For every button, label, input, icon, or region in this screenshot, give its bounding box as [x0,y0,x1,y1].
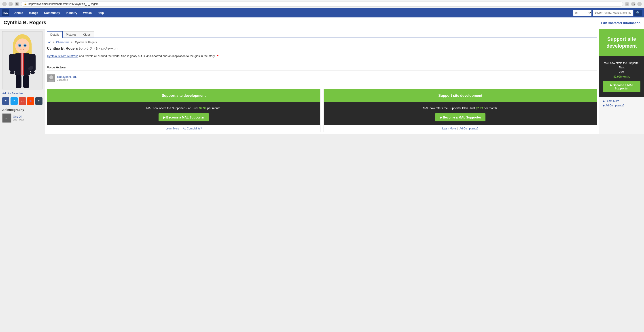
tab-pictures[interactable]: Pictures [62,31,80,38]
va-info: Kobayashi, Yuu Japanese [57,75,77,81]
svg-point-16 [10,71,14,74]
ad-dark-body-2: MAL now offers the Supporter Plan. Just … [324,102,597,125]
svg-point-17 [30,71,35,74]
breadcrumb-characters[interactable]: Characters [56,41,69,44]
nav-manga[interactable]: Manga [26,10,41,16]
right-ad-complaints-link[interactable]: ▶ Ad Complaints? [603,104,640,107]
right-plan-text: MAL now offers the Supporter Plan. Just … [603,61,640,79]
ad-complaints-link-2[interactable]: Ad Complaints? [460,127,478,130]
ad-banner-1: Support site development MAL now offers … [47,89,320,132]
page-header: Cynthia B. Rogers Edit Character Informa… [0,18,644,29]
menu-button[interactable]: ⋮ [637,2,642,6]
edit-dot: • [217,54,218,58]
va-name-link[interactable]: Kobayashi, Yuu [57,75,77,78]
character-image-box [2,31,42,90]
voice-actors-title: Voice Actors [47,66,597,71]
right-links: ▶ Learn More ▶ Ad Complaints? [599,97,644,111]
animeography-section-title: Animeography [2,108,42,112]
nav-industry[interactable]: Industry [63,10,80,16]
ad-text-2: MAL now offers the Supporter Plan. Just … [327,106,593,111]
url-bar[interactable]: 🔒 https://myanimelist.net/character/6256… [21,2,623,6]
search-input[interactable] [593,10,633,16]
character-image [2,32,42,89]
svg-rect-14 [16,75,22,88]
right-sidebar: Support site development MAL now offers … [599,29,644,134]
nav-community[interactable]: Community [41,10,63,16]
edit-character-link[interactable]: Edit Character Information [601,21,640,25]
facebook-icon[interactable]: f [2,97,10,105]
url-text: https://myanimelist.net/character/62565/… [28,2,98,6]
learn-more-link-1[interactable]: Learn More [166,127,179,130]
learn-more-link-2[interactable]: Learn More [442,127,456,130]
nav-anime[interactable]: Anime [12,10,26,16]
right-dark-body: MAL now offers the Supporter Plan. Just … [599,56,644,97]
ad-dark-body-1: MAL now offers the Supporter Plan. Just … [47,102,320,125]
ad-green-header-2: Support site development [324,89,597,102]
bookmark-button[interactable]: ☆ [625,2,629,6]
anime-info: One Off add Main [13,115,24,121]
breadcrumb-top[interactable]: Top [47,41,51,44]
anime-thumb-img: OO [2,114,12,122]
ad-text-1: MAL now offers the Supporter Plan. Just … [51,106,317,111]
tab-details[interactable]: Details [47,31,62,38]
secure-icon: 🔒 [24,2,27,5]
svg-rect-12 [9,54,16,71]
svg-rect-15 [23,75,29,88]
gplus-icon[interactable]: g+ [19,97,26,105]
become-supporter-button-1[interactable]: ▶ Become a MAL Supporter [158,113,209,122]
breadcrumb-sep2: > [71,41,73,44]
svg-point-4 [15,38,29,54]
tumblr-icon[interactable]: t [35,97,42,105]
svg-point-22 [50,75,53,79]
svg-point-8 [24,45,26,46]
right-learn-more-link[interactable]: ▶ Learn More [603,100,640,102]
page-title: Cynthia B. Rogers [4,20,46,26]
left-sidebar: Add to Favorites f t g+ 👾 t Animeography… [0,29,45,134]
browser-bar: ← → ↻ 🔒 https://myanimelist.net/characte… [0,0,644,8]
search-category-select[interactable]: All Anime Manga Character [573,10,592,16]
forward-button[interactable]: → [8,2,13,6]
anime-role: add Main [13,118,24,121]
nav-watch[interactable]: Watch [80,10,94,16]
character-name-japanese: (シンシア・B・ロジャース) [79,47,118,50]
reddit-icon[interactable]: 👾 [27,97,34,105]
mal-logo: MAL [2,9,10,16]
right-become-supporter-button[interactable]: ▶ Become a MAL Supporter [603,81,640,92]
main-content: Details Pictures Clubs Top > Characters … [45,29,599,134]
svg-text:OO: OO [6,118,8,120]
voice-actor-item: Kobayashi, Yuu Japanese [47,73,597,84]
anime-thumbnail: OO [2,113,11,122]
va-language: Japanese [57,78,77,81]
reload-button[interactable]: ↻ [15,2,19,6]
va-thumbnail [47,74,55,82]
content-tabs: Details Pictures Clubs [47,31,597,38]
breadcrumb: Top > Characters > Cynthia B. Rogers [47,41,597,44]
ad-banners: Support site development MAL now offers … [47,89,597,132]
breadcrumb-current: Cynthia B. Rogers [75,41,96,44]
character-name-heading: Cynthia B. Rogers (シンシア・B・ロジャース) [47,46,597,51]
nav-help[interactable]: Help [95,10,106,16]
ad-footer-1: Learn More | Ad Complaints? [47,125,320,132]
ad-complaints-link-1[interactable]: Ad Complaints? [183,127,202,130]
right-green-header: Support site development [599,29,644,56]
search-area: All Anime Manga Character 🔍 [573,10,642,16]
main-layout: Add to Favorites f t g+ 👾 t Animeography… [0,29,644,134]
add-to-favorites-link[interactable]: Add to Favorites [2,92,42,95]
search-button[interactable]: 🔍 [634,10,642,16]
australia-link[interactable]: Cynthia is from Australia [47,54,78,58]
anime-list-item: OO One Off add Main [2,113,42,122]
tab-clubs[interactable]: Clubs [80,31,94,38]
back-button[interactable]: ← [2,2,7,6]
become-supporter-button-2[interactable]: ▶ Become a MAL Supporter [435,113,486,122]
svg-rect-11 [22,53,23,75]
svg-point-7 [19,45,20,46]
va-thumb-img [47,74,55,82]
ad-banner-2: Support site development MAL now offers … [324,89,597,132]
nav-links: Anime Manga Community Industry Watch Hel… [12,10,106,16]
anime-title-link[interactable]: One Off [13,115,22,118]
ad-footer-2: Learn More | Ad Complaints? [324,125,597,132]
cast-button[interactable]: ▭ [631,2,636,6]
twitter-icon[interactable]: t [10,97,18,105]
ad-green-header-1: Support site development [47,89,320,102]
breadcrumb-sep1: > [53,41,55,44]
